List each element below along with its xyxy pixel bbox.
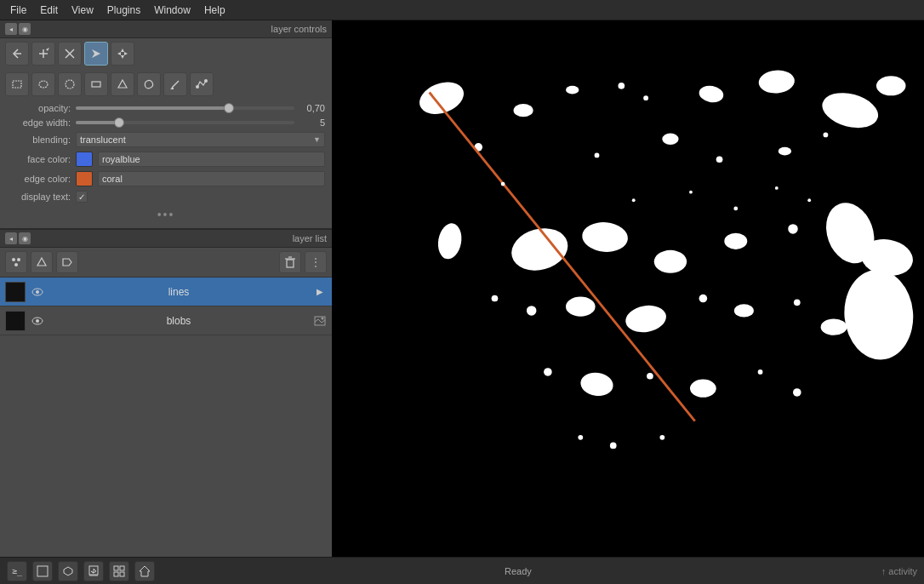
svg-point-76 bbox=[659, 435, 664, 440]
transform-tool-btn[interactable] bbox=[84, 42, 108, 66]
svg-rect-13 bbox=[92, 82, 100, 87]
layer-row-lines[interactable]: lines ▶ bbox=[0, 278, 332, 306]
lasso-select-btn[interactable] bbox=[137, 72, 161, 96]
face-color-row: face color: royalblue bbox=[7, 152, 325, 167]
svg-line-31 bbox=[315, 319, 318, 322]
svg-point-17 bbox=[196, 85, 199, 89]
svg-rect-23 bbox=[287, 260, 294, 267]
import-btn[interactable] bbox=[83, 561, 104, 581]
new-labels-layer-btn[interactable] bbox=[56, 251, 78, 273]
svg-point-80 bbox=[689, 191, 693, 194]
grid-btn[interactable] bbox=[109, 561, 129, 581]
menu-file[interactable]: File bbox=[3, 3, 33, 18]
svg-point-44 bbox=[876, 76, 906, 95]
back-tool-btn[interactable] bbox=[5, 42, 29, 66]
layer-options-btn[interactable]: ⋮ bbox=[305, 251, 327, 273]
menu-edit[interactable]: Edit bbox=[33, 3, 65, 18]
chevron-down-icon: ▼ bbox=[313, 135, 321, 144]
svg-point-79 bbox=[632, 198, 636, 202]
edge-color-name[interactable]: coral bbox=[98, 171, 325, 186]
move-tool-btn[interactable] bbox=[111, 42, 134, 66]
menu-plugins[interactable]: Plugins bbox=[100, 3, 147, 18]
layer-list-title: layer list bbox=[293, 233, 327, 243]
svg-marker-22 bbox=[37, 258, 46, 266]
lc-header-icons: ◂ ◉ bbox=[5, 23, 31, 35]
view-btn[interactable] bbox=[32, 561, 53, 581]
main-canvas[interactable] bbox=[332, 20, 924, 557]
layer-icon-blobs bbox=[313, 314, 327, 328]
node-tool-btn[interactable] bbox=[190, 72, 214, 96]
triangle-select-btn[interactable] bbox=[111, 72, 134, 96]
lc-pin-icon[interactable]: ◉ bbox=[19, 23, 31, 35]
left-panel: ◂ ◉ layer controls bbox=[0, 20, 332, 557]
display-text-checkbox[interactable]: ✓ bbox=[76, 191, 88, 203]
ellipse-select-btn[interactable] bbox=[31, 72, 55, 96]
svg-marker-6 bbox=[121, 49, 124, 52]
box-select-btn[interactable] bbox=[84, 72, 108, 96]
svg-rect-89 bbox=[114, 566, 118, 570]
opacity-value: 0,70 bbox=[299, 103, 325, 113]
blending-value: translucent bbox=[80, 135, 126, 145]
circle-select-btn[interactable] bbox=[58, 72, 82, 96]
svg-point-68 bbox=[544, 368, 552, 376]
svg-rect-92 bbox=[120, 572, 124, 576]
display-text-label: display text: bbox=[7, 192, 71, 202]
svg-point-19 bbox=[12, 258, 15, 261]
3d-btn[interactable] bbox=[58, 561, 78, 581]
svg-marker-16 bbox=[170, 88, 174, 89]
svg-point-54 bbox=[654, 250, 687, 273]
menu-window[interactable]: Window bbox=[147, 3, 197, 18]
svg-point-46 bbox=[595, 153, 600, 158]
pencil-tool-btn[interactable] bbox=[163, 72, 187, 96]
svg-line-15 bbox=[172, 81, 179, 88]
layer-list-toolbar: ⋮ bbox=[0, 248, 332, 278]
layer-name-lines: lines bbox=[49, 286, 308, 298]
svg-point-49 bbox=[779, 147, 791, 156]
svg-rect-91 bbox=[114, 572, 118, 576]
add-tool-btn[interactable] bbox=[31, 42, 55, 66]
ll-collapse-icon[interactable]: ◂ bbox=[5, 232, 17, 244]
more-dots[interactable]: ••• bbox=[0, 206, 332, 223]
canvas-area bbox=[332, 20, 924, 557]
svg-point-20 bbox=[17, 258, 20, 261]
svg-point-34 bbox=[322, 317, 324, 319]
new-points-layer-btn[interactable] bbox=[5, 251, 27, 273]
edge-color-swatch[interactable] bbox=[76, 171, 93, 186]
svg-point-12 bbox=[66, 80, 74, 89]
edge-color-row: edge color: coral bbox=[7, 171, 325, 186]
layer-eye-blobs[interactable] bbox=[31, 314, 44, 328]
menu-view[interactable]: View bbox=[65, 3, 100, 18]
face-color-label: face color: bbox=[7, 154, 71, 164]
blending-dropdown[interactable]: translucent ▼ bbox=[76, 132, 325, 147]
activity-text[interactable]: ↑ activity bbox=[881, 566, 917, 576]
edge-width-slider-track[interactable] bbox=[76, 121, 294, 124]
edge-color-label: edge color: bbox=[7, 174, 71, 184]
svg-point-56 bbox=[788, 224, 798, 234]
lc-collapse-icon[interactable]: ◂ bbox=[5, 23, 17, 35]
canvas-svg bbox=[332, 20, 924, 557]
new-shape-layer-btn[interactable] bbox=[31, 251, 53, 273]
svg-point-37 bbox=[514, 104, 533, 117]
face-color-swatch[interactable] bbox=[76, 152, 93, 167]
layer-arrow-lines: ▶ bbox=[313, 285, 327, 299]
rect-select-btn[interactable] bbox=[5, 72, 29, 96]
svg-line-33 bbox=[322, 320, 325, 323]
layer-eye-lines[interactable] bbox=[31, 285, 44, 299]
terminal-btn[interactable]: ≥_ bbox=[7, 561, 27, 581]
face-color-name[interactable]: royalblue bbox=[98, 152, 325, 167]
opacity-slider-track[interactable] bbox=[76, 106, 294, 110]
layer-row-blobs[interactable]: blobs bbox=[0, 306, 332, 335]
delete-layer-btn[interactable] bbox=[279, 251, 301, 273]
svg-point-66 bbox=[821, 319, 847, 335]
home-btn[interactable] bbox=[134, 561, 155, 581]
delete-tool-btn[interactable] bbox=[58, 42, 82, 66]
svg-point-82 bbox=[775, 186, 779, 190]
ll-pin-icon[interactable]: ◉ bbox=[19, 232, 31, 244]
svg-rect-10 bbox=[13, 81, 21, 88]
svg-point-83 bbox=[807, 198, 811, 202]
layer-thumb-blobs bbox=[5, 311, 26, 331]
status-text: Ready bbox=[505, 566, 532, 576]
layer-controls-panel: ◂ ◉ layer controls bbox=[0, 20, 332, 230]
svg-point-29 bbox=[36, 319, 39, 323]
menu-help[interactable]: Help bbox=[197, 3, 232, 18]
